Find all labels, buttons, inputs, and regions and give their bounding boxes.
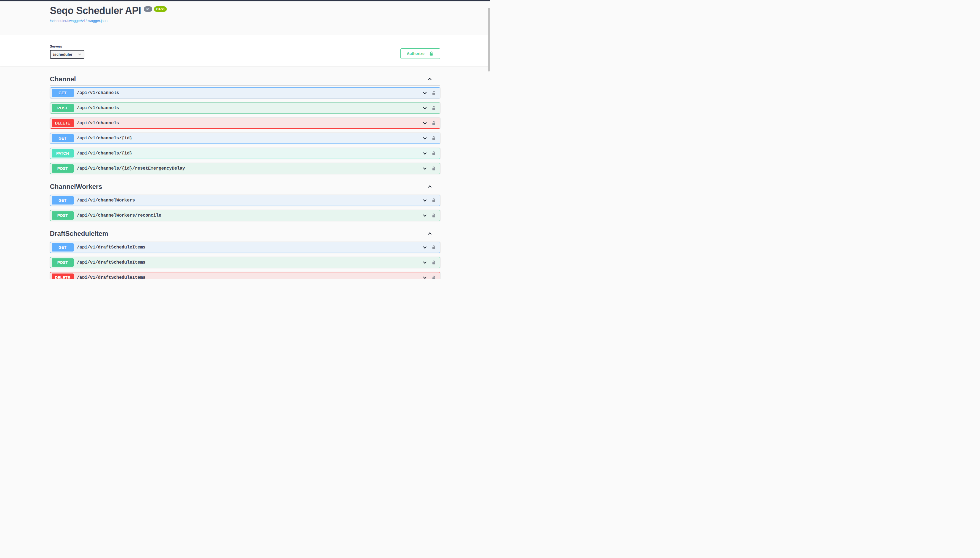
operation-row[interactable]: DELETE /api/v1/channels <box>50 118 440 129</box>
operation-path: /api/v1/channels/{id}/resetEmergencyDela… <box>77 166 185 171</box>
tag-title: ChannelWorkers <box>50 183 102 190</box>
tag-title: Channel <box>50 75 76 83</box>
operation-row[interactable]: PATCH /api/v1/channels/{id} <box>50 148 440 159</box>
authorization-button[interactable] <box>431 120 436 126</box>
section-body: GET /api/v1/channelWorkers POST /api/v1/… <box>50 193 440 221</box>
unlock-icon <box>431 136 436 141</box>
page-title: Seqo Scheduler API <box>50 6 141 16</box>
authorization-button[interactable] <box>431 213 436 218</box>
unlock-icon <box>431 166 436 171</box>
chevron-up-icon <box>427 184 433 189</box>
operation-path: /api/v1/channels <box>77 90 119 95</box>
section-body: GET /api/v1/draftScheduleItems POST /api… <box>50 240 440 279</box>
chevron-down-icon <box>422 213 428 218</box>
operation-row[interactable]: POST /api/v1/channelWorkers/reconcile <box>50 210 440 221</box>
expand-operation-button[interactable] <box>422 105 428 111</box>
unlock-icon <box>431 90 436 96</box>
chevron-down-icon <box>422 260 428 265</box>
authorization-button[interactable] <box>431 105 436 111</box>
sections-container: Channel GET /api/v1/channels <box>44 74 446 279</box>
operation-path: /api/v1/channels/{id} <box>77 136 133 141</box>
collapse-section-button[interactable] <box>427 184 433 189</box>
expand-operation-button[interactable] <box>422 275 428 279</box>
unlock-icon <box>431 198 436 203</box>
chevron-down-icon <box>422 198 428 203</box>
operation-row[interactable]: GET /api/v1/channels <box>50 87 440 98</box>
chevron-up-icon <box>427 231 433 236</box>
method-badge: POST <box>52 258 74 267</box>
expand-operation-button[interactable] <box>422 90 428 96</box>
method-badge: PATCH <box>52 149 74 158</box>
tag-section: Channel GET /api/v1/channels <box>50 74 440 174</box>
operation-path: /api/v1/draftScheduleItems <box>77 275 146 279</box>
chevron-down-icon <box>422 120 428 126</box>
unlock-icon <box>431 213 436 218</box>
spec-url-link[interactable]: /scheduler/swagger/v1/swagger.json <box>50 19 108 23</box>
chevron-down-icon <box>422 136 428 141</box>
operation-row[interactable]: DELETE /api/v1/draftScheduleItems <box>50 272 440 279</box>
expand-operation-button[interactable] <box>422 151 428 156</box>
method-badge: GET <box>52 134 74 143</box>
operation-path: /api/v1/draftScheduleItems <box>77 260 146 265</box>
operation-path: /api/v1/channelWorkers <box>77 198 135 203</box>
method-badge: GET <box>52 243 74 251</box>
collapse-section-button[interactable] <box>427 231 433 236</box>
operation-path: /api/v1/channels <box>77 105 119 110</box>
operation-path: /api/v1/channelWorkers/reconcile <box>77 213 161 218</box>
expand-operation-button[interactable] <box>422 213 428 218</box>
unlock-icon <box>431 275 436 279</box>
operation-row[interactable]: POST /api/v1/channels/{id}/resetEmergenc… <box>50 163 440 174</box>
tag-title: DraftScheduleItem <box>50 230 108 238</box>
operation-row[interactable]: GET /api/v1/channelWorkers <box>50 195 440 206</box>
operation-path: /api/v1/draftScheduleItems <box>77 245 146 250</box>
unlock-icon <box>431 151 436 156</box>
method-badge: POST <box>52 212 74 220</box>
chevron-down-icon <box>422 245 428 250</box>
operation-row[interactable]: POST /api/v1/channels <box>50 103 440 113</box>
method-badge: POST <box>52 164 74 172</box>
method-badge: DELETE <box>52 119 74 127</box>
collapse-section-button[interactable] <box>427 76 433 82</box>
method-badge: GET <box>52 89 74 97</box>
operation-row[interactable]: POST /api/v1/draftScheduleItems <box>50 257 440 268</box>
authorize-button-label: Authorize <box>407 52 424 56</box>
expand-operation-button[interactable] <box>422 260 428 265</box>
oas3-badge: OAS3 <box>154 6 167 12</box>
unlock-icon <box>431 245 436 250</box>
authorization-button[interactable] <box>431 275 436 279</box>
servers-select[interactable]: /scheduler <box>50 50 84 59</box>
tag-section-header[interactable]: ChannelWorkers <box>50 181 440 193</box>
expand-operation-button[interactable] <box>422 198 428 203</box>
tag-section: ChannelWorkers GET /api/v1/channelWorker… <box>50 181 440 221</box>
tag-section-header[interactable]: DraftScheduleItem <box>50 228 440 240</box>
authorization-button[interactable] <box>431 151 436 156</box>
scrollbar-thumb[interactable] <box>488 8 490 71</box>
scheme-container: Servers /scheduler Authorize <box>0 35 490 67</box>
chevron-down-icon <box>422 151 428 156</box>
expand-operation-button[interactable] <box>422 245 428 250</box>
unlock-icon <box>428 51 434 56</box>
chevron-down-icon <box>422 105 428 111</box>
expand-operation-button[interactable] <box>422 120 428 126</box>
operation-row[interactable]: GET /api/v1/channels/{id} <box>50 133 440 144</box>
authorization-button[interactable] <box>431 260 436 265</box>
expand-operation-button[interactable] <box>422 136 428 141</box>
authorization-button[interactable] <box>431 136 436 141</box>
operation-path: /api/v1/channels <box>77 121 119 126</box>
operation-row[interactable]: GET /api/v1/draftScheduleItems <box>50 242 440 253</box>
authorization-button[interactable] <box>431 245 436 250</box>
method-badge: DELETE <box>52 274 74 279</box>
chevron-up-icon <box>427 76 433 82</box>
servers-label: Servers <box>50 44 84 48</box>
tag-section-header[interactable]: Channel <box>50 74 440 86</box>
authorization-button[interactable] <box>431 198 436 203</box>
authorize-button[interactable]: Authorize <box>400 48 440 59</box>
servers-block: Servers /scheduler <box>50 44 84 59</box>
expand-operation-button[interactable] <box>422 166 428 171</box>
authorization-button[interactable] <box>431 90 436 96</box>
method-badge: GET <box>52 196 74 205</box>
authorization-button[interactable] <box>431 166 436 171</box>
unlock-icon <box>431 105 436 111</box>
operation-path: /api/v1/channels/{id} <box>77 151 133 156</box>
chevron-down-icon <box>422 275 428 279</box>
